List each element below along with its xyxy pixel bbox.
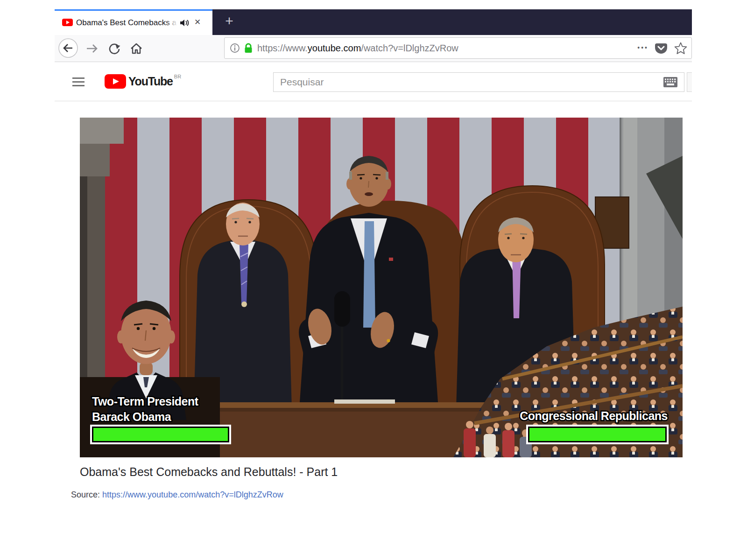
youtube-wordmark: YouTube — [128, 74, 173, 89]
youtube-favicon-icon — [62, 19, 73, 28]
video-player[interactable]: Two-Term President Barack Obama Congress… — [80, 118, 683, 457]
search-input[interactable] — [274, 73, 684, 91]
youtube-play-icon — [105, 74, 126, 89]
right-label: Congressional Republicans — [520, 409, 668, 422]
url-bar[interactable]: https://www.youtube.com/watch?v=lDlghzZv… — [224, 37, 692, 59]
star-icon[interactable] — [674, 42, 687, 56]
youtube-logo[interactable]: YouTube BR — [105, 74, 181, 89]
left-label-line2: Barack Obama — [92, 410, 172, 423]
info-icon[interactable] — [230, 43, 240, 55]
video-scene: Two-Term President Barack Obama Congress… — [80, 118, 683, 457]
active-tab-indicator — [55, 9, 212, 11]
pocket-icon[interactable] — [654, 42, 668, 56]
hamburger-icon[interactable] — [72, 77, 85, 86]
left-label-line1: Two-Term President — [92, 395, 199, 408]
forward-button[interactable] — [84, 40, 100, 59]
source-line: Source: https://www.youtube.com/watch?v=… — [71, 490, 283, 500]
search-button[interactable] — [687, 72, 692, 92]
reload-icon[interactable] — [106, 40, 123, 59]
new-tab-button[interactable]: + — [220, 10, 239, 32]
close-tab-icon[interactable]: ✕ — [194, 17, 201, 27]
browser-window: + Obama's Best Comebacks a ✕ — [55, 9, 692, 101]
keyboard-icon[interactable] — [663, 77, 677, 89]
tab-bar: + Obama's Best Comebacks a ✕ — [55, 9, 692, 35]
url-scheme: https://www. — [257, 43, 308, 53]
country-badge: BR — [174, 74, 181, 79]
url-path: /watch?v=lDlghzZvRow — [361, 43, 458, 53]
screenshot: + Obama's Best Comebacks a ✕ — [0, 0, 747, 560]
youtube-header: YouTube BR — [55, 62, 692, 101]
back-button[interactable] — [58, 38, 78, 60]
url-text: https://www.youtube.com/watch?v=lDlghzZv… — [257, 38, 458, 58]
tab-title-fade — [166, 17, 181, 29]
home-icon[interactable] — [128, 40, 145, 59]
left-health-bar — [90, 425, 231, 444]
tab-strip: + — [212, 9, 692, 35]
url-domain: youtube.com — [308, 43, 361, 53]
source-label: Source: — [71, 490, 100, 499]
speaker-icon[interactable] — [180, 19, 190, 28]
source-link[interactable]: https://www.youtube.com/watch?v=lDlghzZv… — [102, 490, 283, 499]
navigation-toolbar: https://www.youtube.com/watch?v=lDlghzZv… — [55, 35, 692, 62]
video-title: Obama's Best Comebacks and Rebuttals! - … — [80, 465, 338, 479]
tab-active[interactable]: Obama's Best Comebacks a ✕ — [55, 9, 212, 35]
lock-icon[interactable] — [243, 42, 254, 56]
tab-title: Obama's Best Comebacks a — [76, 18, 180, 28]
right-health-bar — [526, 425, 669, 444]
page-actions-icon[interactable]: ••• — [637, 38, 648, 58]
search-box — [273, 72, 684, 92]
